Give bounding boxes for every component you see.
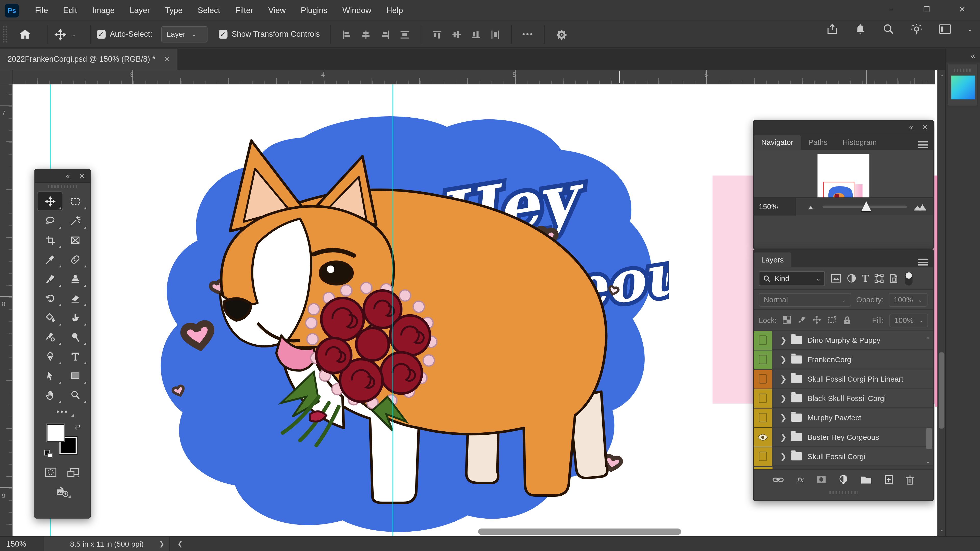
photoshop-logo[interactable]: Ps [5,3,19,17]
layer-visibility-well[interactable] [754,370,772,388]
toolbar-grip[interactable] [35,183,90,189]
default-colors-icon[interactable] [45,450,52,458]
workspace-settings-gear-icon[interactable] [556,28,568,40]
lock-all-padlock-icon[interactable] [843,316,851,325]
layer-scroll-down-icon[interactable]: ⌄ [925,457,931,464]
layer-filter-kind-dropdown[interactable]: Kind ⌄ [759,271,825,286]
navigator-close-icon[interactable]: ✕ [922,123,928,131]
menu-filter[interactable]: Filter [228,0,261,21]
vertical-scrollbar[interactable]: ⌃ ⌄ [937,70,945,536]
opacity-value-dropdown[interactable]: 100%⌄ [889,292,928,306]
lock-pixels-brush-icon[interactable] [797,316,806,325]
layer-scrollbar-thumb[interactable] [926,428,932,449]
menu-file[interactable]: File [27,0,56,21]
filter-adjustment-layers-icon[interactable] [847,274,856,283]
layer-visibility-well[interactable] [754,389,772,407]
show-transform-checkbox[interactable]: ✓ [218,30,227,39]
layer-style-fx-icon[interactable]: fx [797,475,803,484]
eyedropper-tool[interactable] [38,250,62,268]
layer-name[interactable]: FrankenCorgi [808,355,853,364]
link-layers-icon[interactable] [773,476,784,483]
ruler-corner[interactable] [0,70,13,84]
dock-expand-icon[interactable]: « [971,51,975,60]
align-bottom-edges-icon[interactable] [470,29,481,40]
menu-window[interactable]: Window [335,0,379,21]
minimize-button[interactable]: – [873,0,909,19]
crop-tool[interactable] [38,230,62,249]
horizontal-scrollbar-thumb[interactable] [478,529,681,535]
zoom-tool[interactable] [62,386,88,404]
search-icon[interactable] [882,23,894,35]
path-selection-tool[interactable] [38,366,62,385]
distribute-vertical-icon[interactable] [399,29,410,40]
auto-select-target-dropdown[interactable]: Layer⌄ [161,26,207,43]
swap-colors-icon[interactable]: ⇄ [75,423,81,431]
ruler-left[interactable]: 7 8 9 [0,84,13,536]
layers-resize-grip[interactable] [754,489,933,495]
menu-select[interactable]: Select [190,0,228,21]
filter-smart-objects-icon[interactable] [889,273,898,283]
screen-mode-icon[interactable] [65,467,81,478]
discover-lightbulb-icon[interactable] [910,23,922,35]
layer-name[interactable]: Skull Fossil Corgi Pin Lineart [808,375,904,383]
auto-select-checkbox[interactable]: ✓ [97,30,105,39]
blend-mode-dropdown[interactable]: Normal⌄ [759,292,851,306]
layer-row[interactable]: ❯ Black Skull Fossil Corgi [754,389,933,408]
lock-transparency-icon[interactable] [782,316,791,325]
group-expand-chevron-icon[interactable]: ❯ [780,355,787,364]
delete-layer-trash-icon[interactable] [905,475,914,484]
visibility-eye-icon[interactable] [757,433,768,441]
lock-artboard-icon[interactable] [827,316,837,325]
layer-name[interactable]: Buster Hey Corgeous [808,433,879,441]
status-zoom-field[interactable]: 150% [6,540,26,548]
align-top-edges-icon[interactable] [431,29,442,40]
add-layer-mask-icon[interactable] [816,475,826,484]
history-brush-tool[interactable] [38,289,62,307]
align-horizontal-centers-icon[interactable] [360,29,371,40]
menu-help[interactable]: Help [379,0,410,21]
layers-panel-menu-icon[interactable] [918,258,928,267]
menu-plugins[interactable]: Plugins [293,0,335,21]
tab-paths[interactable]: Paths [801,135,835,150]
group-expand-chevron-icon[interactable]: ❯ [780,394,787,403]
layer-row[interactable]: ❯ Skull Fossil Corgi Pin Lineart [754,370,933,389]
align-right-edges-icon[interactable] [380,29,390,40]
group-expand-chevron-icon[interactable]: ❯ [780,374,787,384]
layer-filter-toggle[interactable] [905,272,913,285]
lasso-tool[interactable] [38,211,62,230]
layer-name[interactable]: Skull Fossil Corgi [808,452,865,461]
options-drag-handle[interactable] [3,25,8,43]
new-group-folder-icon[interactable] [860,475,872,484]
new-layer-icon[interactable] [884,475,893,484]
move-tool[interactable] [38,192,62,210]
zoom-in-mountains-icon[interactable] [913,202,927,211]
layer-scroll-up-icon[interactable]: ⌃ [925,336,931,343]
tab-layers[interactable]: Layers [754,252,791,267]
frame-tool[interactable] [62,230,88,249]
more-align-options-icon[interactable]: ••• [522,30,534,39]
spot-healing-brush-tool[interactable] [62,250,88,268]
layer-row[interactable]: ❯ Skull Fossil Corgi [754,447,933,466]
new-adjustment-layer-icon[interactable] [838,475,848,484]
pen-tool[interactable] [38,347,62,365]
document-tab-close-icon[interactable]: ✕ [164,55,170,64]
lock-position-icon[interactable] [812,316,821,325]
tab-histogram[interactable]: Histogram [835,135,884,150]
notifications-bell-icon[interactable] [854,23,866,35]
menu-image[interactable]: Image [84,0,122,21]
quick-mask-mode-icon[interactable] [45,467,57,478]
rectangle-shape-tool[interactable] [62,366,88,385]
menu-edit[interactable]: Edit [56,0,85,21]
navigator-zoom-slider[interactable] [822,205,907,208]
layer-name[interactable]: Black Skull Fossil Corgi [808,394,886,403]
magic-wand-tool[interactable] [62,211,88,230]
smudge-tool[interactable] [62,308,88,327]
guide-vertical-right[interactable] [393,84,393,536]
type-tool[interactable] [62,347,88,365]
distribute-horizontal-icon[interactable] [490,29,501,40]
capture-image-icon[interactable] [53,484,72,499]
brush-tool[interactable] [38,269,62,288]
home-icon[interactable] [19,28,31,41]
color-gradient-thumbnail[interactable] [951,76,975,99]
paint-bucket-tool[interactable] [38,308,62,327]
